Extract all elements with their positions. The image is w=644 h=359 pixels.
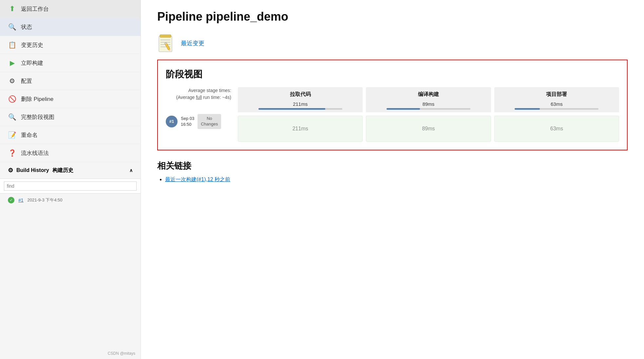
sidebar-item-config-label: 配置: [21, 77, 32, 85]
stage-data-cell-2[interactable]: 63ms: [494, 116, 619, 142]
delete-icon: 🚫: [8, 95, 16, 103]
stage-header-deploy: 项目部署: [494, 87, 619, 100]
stage-data-row: 211ms 89ms 63ms: [238, 116, 619, 142]
sidebar-item-change-history-label: 变更历史: [21, 41, 43, 49]
notepad-icon: [157, 33, 177, 53]
build-date-line2: 16:50: [181, 122, 192, 127]
stage-data-cell-1[interactable]: 89ms: [366, 116, 491, 142]
rename-icon: 📝: [8, 131, 16, 139]
build-date-line1: Sep 03: [181, 116, 194, 121]
sidebar-item-full-stage-view-label: 完整阶段视图: [21, 113, 54, 121]
sidebar-item-full-stage-view[interactable]: 🔍 完整阶段视图: [0, 108, 141, 126]
sidebar-item-back[interactable]: ⬆ 返回工作台: [0, 0, 141, 18]
sidebar-nav: ⬆ 返回工作台 🔍 状态 📋 变更历史 ▶ 立即构建 ⚙ 配置 🚫 删除 Pip…: [0, 0, 141, 162]
stage-bar-2: [515, 108, 540, 110]
related-links-list: 最近一次构建(#1),12 秒之前: [157, 176, 628, 183]
search-icon-status: 🔍: [8, 23, 16, 31]
stage-avg-cell-2: 63ms: [494, 100, 619, 112]
related-links-section: 相关链接 最近一次构建(#1),12 秒之前: [157, 160, 628, 183]
gear-icon: ⚙: [8, 77, 16, 85]
back-icon: ⬆: [8, 5, 16, 13]
sidebar-item-change-history[interactable]: 📋 变更历史: [0, 36, 141, 54]
build-history-en-label: Build History: [16, 167, 49, 173]
avg-times-text: Average stage times: (Average full run t…: [166, 87, 231, 101]
stage-view-content: Average stage times: (Average full run t…: [166, 87, 619, 142]
stage-avg-cell-1: 89ms: [366, 100, 491, 112]
build-search-input[interactable]: [4, 181, 137, 191]
main-content: Pipeline pipeline_demo: [141, 0, 644, 359]
stage-header-pull-code: 拉取代码: [238, 87, 363, 100]
sidebar-item-delete-pipeline-label: 删除 Pipeline: [21, 95, 53, 103]
stage-run-time-1: 89ms: [422, 126, 435, 132]
play-icon: ▶: [8, 59, 16, 67]
stage-header-compile-build: 编译构建: [366, 87, 491, 100]
sidebar-item-pipeline-syntax-label: 流水线语法: [21, 149, 49, 157]
sidebar-item-build-now-label: 立即构建: [21, 59, 43, 67]
build-row: #1 Sep 03 16:50 NoChanges: [166, 114, 221, 129]
clipboard-icon: 📋: [8, 41, 16, 49]
stage-bar-container-1: [387, 108, 470, 110]
build-date: Sep 03 16:50: [181, 116, 194, 127]
stage-view-box: 阶段视图 Average stage times: (Average full …: [157, 60, 628, 150]
build-number-link[interactable]: #1: [18, 198, 24, 203]
sidebar-item-rename-label: 重命名: [21, 131, 38, 139]
build-badge[interactable]: #1: [166, 116, 178, 127]
sidebar-item-back-label: 返回工作台: [21, 5, 49, 13]
build-history-header[interactable]: ⚙ Build History 构建历史 ∧: [0, 162, 141, 179]
sidebar-item-pipeline-syntax[interactable]: ❓ 流水线语法: [0, 144, 141, 162]
no-changes-badge: NoChanges: [198, 114, 221, 129]
build-datetime: 2021-9-3 下午4:50: [28, 197, 63, 203]
stage-avg-cell-0: 211ms: [238, 100, 363, 112]
sidebar-item-rename[interactable]: 📝 重命名: [0, 126, 141, 144]
page-title: Pipeline pipeline_demo: [157, 10, 628, 24]
chevron-up-icon: ∧: [129, 168, 133, 173]
related-link-item-0: 最近一次构建(#1),12 秒之前: [165, 176, 628, 183]
recent-changes-link[interactable]: 最近变更: [181, 39, 204, 47]
stage-bar-container-0: [258, 108, 342, 110]
stage-run-time-0: 211ms: [293, 126, 308, 132]
sidebar-item-delete-pipeline[interactable]: 🚫 删除 Pipeline: [0, 90, 141, 108]
sidebar: ⬆ 返回工作台 🔍 状态 📋 变更历史 ▶ 立即构建 ⚙ 配置 🚫 删除 Pip…: [0, 0, 141, 359]
build-search-container: [0, 179, 141, 194]
stage-avg-time-2: 63ms: [551, 101, 563, 107]
build-item: ✓ #1 2021-9-3 下午4:50: [0, 194, 141, 207]
build-status-icon: ✓: [8, 197, 14, 203]
stage-bar-container-2: [515, 108, 598, 110]
stage-avg-row: 211ms 89ms 63ms: [238, 100, 619, 112]
stage-avg-time-1: 89ms: [423, 101, 435, 107]
sidebar-item-status[interactable]: 🔍 状态: [0, 18, 141, 36]
avg-times-line2: (Average full run time: ~4s): [176, 95, 231, 100]
sidebar-footer: CSDN @mitays: [0, 348, 141, 359]
stage-data-cell-0[interactable]: 211ms: [238, 116, 363, 142]
stage-run-time-2: 63ms: [550, 126, 563, 132]
footer-label: CSDN @mitays: [108, 351, 135, 356]
stage-left: Average stage times: (Average full run t…: [166, 87, 238, 129]
related-link-0[interactable]: 最近一次构建(#1),12 秒之前: [165, 177, 230, 182]
stage-headers: 拉取代码 编译构建 项目部署: [238, 87, 619, 100]
svg-rect-5: [160, 35, 171, 37]
build-history-zh-label: 构建历史: [52, 167, 73, 174]
sidebar-item-status-label: 状态: [21, 23, 32, 31]
stage-avg-time-0: 211ms: [293, 101, 308, 107]
avg-times-line1: Average stage times:: [188, 88, 231, 93]
recent-changes-section: 最近变更: [157, 33, 628, 53]
stage-columns: 拉取代码 编译构建 项目部署 211ms: [238, 87, 619, 142]
build-history-icon: ⚙: [8, 167, 13, 174]
search-icon-stage: 🔍: [8, 113, 16, 121]
help-icon: ❓: [8, 149, 16, 157]
stage-bar-0: [258, 108, 326, 110]
related-links-title: 相关链接: [157, 160, 628, 172]
stage-view-title: 阶段视图: [166, 68, 619, 81]
sidebar-item-build-now[interactable]: ▶ 立即构建: [0, 54, 141, 72]
sidebar-item-config[interactable]: ⚙ 配置: [0, 72, 141, 90]
stage-bar-1: [387, 108, 420, 110]
